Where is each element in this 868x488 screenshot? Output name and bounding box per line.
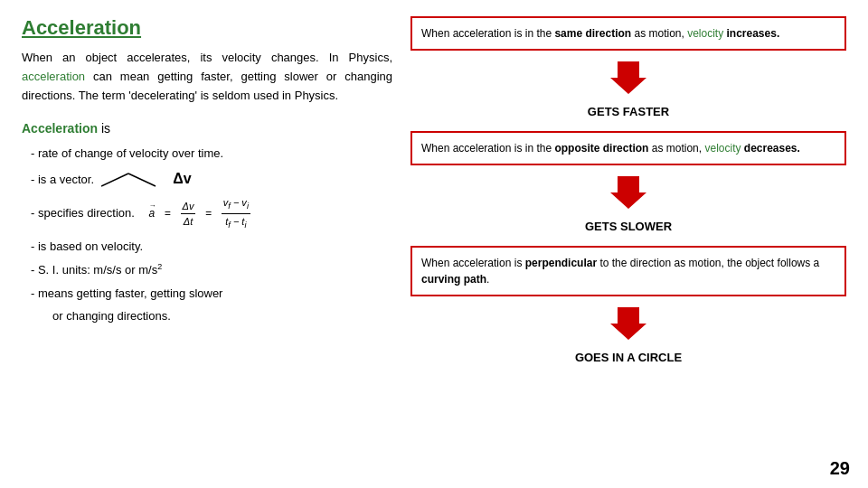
box3-text3: . [486, 273, 489, 286]
down-arrow-icon-1 [610, 61, 646, 94]
box2-text1: When acceleration is in the [421, 142, 554, 155]
box3-text1: When acceleration is [421, 257, 525, 269]
left-column: Acceleration When an object accelerates,… [22, 16, 401, 479]
box1-bold1: same direction [554, 27, 631, 40]
bullet-si: - S. I. units: m/s/s or m/s2 [31, 261, 392, 279]
intro-text1: When an object accelerates, its velocity… [22, 51, 392, 64]
bullet-or: or changing directions. [52, 307, 392, 325]
goes-in-circle-label: GOES IN A CIRCLE [410, 351, 846, 364]
arrow-down-2 [410, 176, 846, 209]
opposite-direction-box: When acceleration is in the opposite dir… [410, 131, 846, 165]
page-title: Acceleration [22, 16, 392, 40]
box1-velocity: velocity [687, 27, 723, 40]
box3-text2: to the direction as motion, the object f… [597, 257, 819, 269]
formula-display: → a = Δv Δt = vf − vi tf − ti [149, 207, 254, 220]
box1-text2: as motion, [631, 27, 687, 40]
gets-faster-label: GETS FASTER [410, 105, 846, 118]
right-column: When acceleration is in the same directi… [401, 16, 846, 479]
box1-text1: When acceleration is in the [421, 27, 554, 40]
intro-paragraph: When an object accelerates, its velocity… [22, 49, 392, 105]
intro-green-word: acceleration [22, 70, 85, 83]
perpendicular-box: When acceleration is perpendicular to th… [410, 246, 846, 296]
bullet-rate: - rate of change of velocity over time. [31, 145, 392, 163]
same-direction-box: When acceleration is in the same directi… [410, 16, 846, 51]
box3-bold2: curving path [421, 273, 486, 286]
down-arrow-icon-2 [610, 176, 646, 209]
si-superscript: 2 [157, 262, 162, 271]
page-number: 29 [830, 458, 850, 479]
svg-line-1 [128, 174, 156, 186]
delta-v-symbol: Δv [173, 171, 191, 186]
arrow-down-1 [410, 61, 846, 94]
bullet-means: - means getting faster, getting slower [31, 285, 392, 303]
svg-marker-3 [610, 176, 646, 209]
bullet-list: - rate of change of velocity over time. … [31, 145, 392, 324]
accel-heading-plain: Acceleration [22, 121, 98, 136]
bullet-specifies: - specifies direction. → a = Δv Δt = vf … [31, 195, 392, 232]
bullet-based: - is based on velocity. [31, 238, 392, 256]
svg-marker-4 [610, 307, 646, 340]
box2-bold2: decreases. [741, 142, 799, 155]
box3-bold1: perpendicular [525, 257, 597, 269]
bullet-vector: - is a vector. Δv [31, 168, 392, 191]
accel-heading-suffix: is [98, 121, 110, 136]
box2-bold1: opposite direction [554, 142, 648, 155]
acceleration-is-heading: Acceleration is [22, 121, 392, 136]
box1-bold2: increases. [723, 27, 779, 40]
gets-slower-label: GETS SLOWER [410, 220, 846, 233]
svg-marker-2 [610, 61, 646, 94]
box2-velocity: velocity [704, 142, 741, 155]
vector-lines-icon [101, 170, 165, 190]
arrow-down-3 [410, 307, 846, 340]
svg-line-0 [101, 174, 128, 186]
down-arrow-icon-3 [610, 307, 646, 340]
box2-text2: as motion, [648, 142, 704, 155]
